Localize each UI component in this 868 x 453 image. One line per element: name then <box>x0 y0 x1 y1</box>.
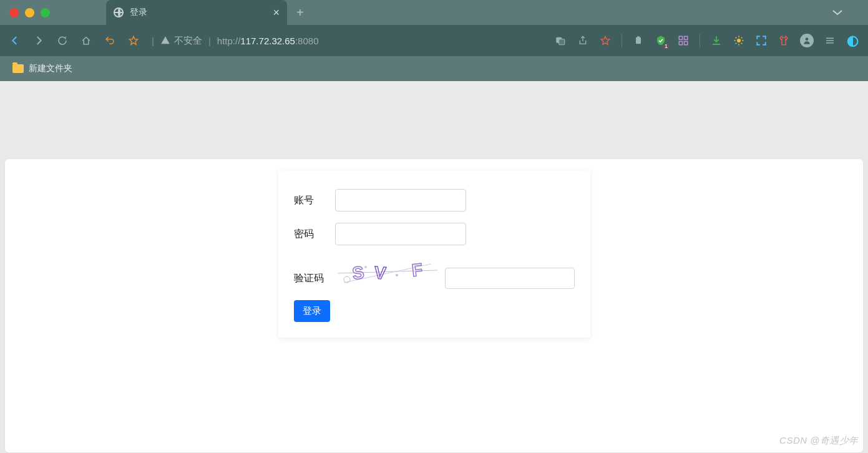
new-tab-button[interactable]: + <box>296 6 304 20</box>
svg-rect-1 <box>559 39 565 45</box>
shield-icon[interactable]: 1 <box>655 34 667 47</box>
tab-title: 登录 <box>130 7 266 18</box>
clipboard-icon[interactable] <box>632 34 645 47</box>
password-label: 密码 <box>294 228 330 241</box>
login-panel: 账号 密码 验证码 S V F 登录 <box>278 170 590 338</box>
svg-point-8 <box>737 39 741 42</box>
page-background: 账号 密码 验证码 S V F 登录 <box>0 81 868 453</box>
svg-rect-3 <box>637 36 640 38</box>
download-icon[interactable] <box>710 34 723 47</box>
svg-rect-7 <box>685 42 688 45</box>
bookmarks-bar: 新建文件夹 <box>0 56 868 81</box>
login-button[interactable]: 登录 <box>294 300 330 322</box>
apps-icon[interactable] <box>677 34 690 47</box>
svg-point-17 <box>806 37 809 41</box>
translate-icon[interactable] <box>554 34 567 47</box>
svg-line-16 <box>741 37 743 39</box>
svg-point-28 <box>364 266 367 268</box>
warning-icon <box>160 36 170 46</box>
watermark: CSDN @奇遇少年 <box>779 435 859 447</box>
close-tab-icon[interactable]: × <box>273 6 280 19</box>
svg-rect-6 <box>679 42 682 45</box>
menu-icon[interactable] <box>824 34 836 47</box>
expand-icon[interactable] <box>755 34 768 47</box>
svg-text:F: F <box>411 260 423 280</box>
account-input[interactable] <box>335 189 466 212</box>
svg-line-15 <box>736 43 737 44</box>
svg-rect-2 <box>636 37 641 44</box>
forward-button[interactable] <box>33 35 44 46</box>
captcha-input[interactable] <box>445 268 575 289</box>
bookmark-folder[interactable]: 新建文件夹 <box>29 63 72 74</box>
star-outline-icon[interactable] <box>599 34 612 47</box>
svg-text:V: V <box>373 263 387 283</box>
share-icon[interactable] <box>577 34 589 47</box>
separator <box>622 34 622 47</box>
window-controls <box>9 8 50 17</box>
shirt-icon[interactable] <box>778 34 790 47</box>
url-display: http://117.72.32.65:8080 <box>217 36 319 46</box>
captcha-label: 验证码 <box>294 272 330 285</box>
folder-icon <box>12 64 24 73</box>
svg-line-14 <box>741 43 743 44</box>
security-warning[interactable]: 不安全 <box>160 35 202 47</box>
window-minimize-button[interactable] <box>25 8 34 17</box>
account-label: 账号 <box>294 194 330 207</box>
extension-icon[interactable]: ◐ <box>846 34 859 47</box>
svg-text:S: S <box>351 263 365 283</box>
chevron-down-icon[interactable] <box>832 7 843 19</box>
separator <box>700 34 700 47</box>
globe-icon <box>114 7 124 17</box>
back-button[interactable] <box>9 35 21 46</box>
browser-toolbar: | 不安全 | http://117.72.32.65:8080 <box>0 25 868 56</box>
favorite-button[interactable] <box>128 35 139 46</box>
undo-button[interactable] <box>104 35 115 46</box>
tab-strip: 登录 × + <box>0 0 868 25</box>
avatar-icon[interactable] <box>800 34 814 47</box>
refresh-button[interactable] <box>57 35 68 46</box>
password-input[interactable] <box>335 223 466 245</box>
address-bar[interactable]: | 不安全 | http://117.72.32.65:8080 <box>152 35 542 47</box>
shield-badge: 1 <box>663 43 670 49</box>
browser-tab[interactable]: 登录 × <box>106 0 287 25</box>
sun-icon[interactable] <box>733 34 745 47</box>
window-maximize-button[interactable] <box>41 8 50 17</box>
svg-rect-4 <box>679 36 682 39</box>
svg-point-27 <box>396 274 398 276</box>
captcha-image[interactable]: S V F <box>338 258 437 289</box>
svg-rect-5 <box>685 36 688 39</box>
window-close-button[interactable] <box>9 8 19 17</box>
svg-line-13 <box>736 37 737 39</box>
home-button[interactable] <box>80 35 92 46</box>
